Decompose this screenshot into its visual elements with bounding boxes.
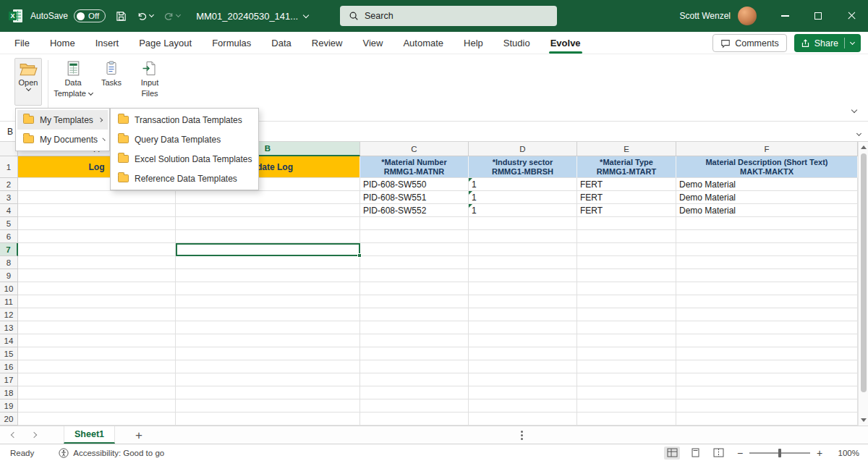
cell-D18[interactable]	[469, 386, 577, 399]
cell-C20[interactable]	[360, 413, 469, 426]
cell-B9[interactable]	[176, 269, 360, 282]
tasks-button[interactable]: Tasks	[97, 58, 126, 106]
cell-F16[interactable]	[676, 360, 858, 373]
cell-D4[interactable]: 1	[469, 204, 577, 217]
cell-B16[interactable]	[176, 360, 360, 373]
cell-B12[interactable]	[176, 308, 360, 321]
share-button[interactable]: Share	[794, 34, 861, 52]
cell-B15[interactable]	[176, 347, 360, 360]
search-box[interactable]: Search	[340, 6, 557, 26]
tab-page-layout[interactable]: Page Layout	[129, 32, 202, 54]
page-layout-view-button[interactable]	[687, 447, 703, 460]
vertical-scrollbar[interactable]	[858, 142, 868, 426]
cell-E17[interactable]	[577, 373, 676, 386]
cell-E12[interactable]	[577, 308, 676, 321]
cell-F18[interactable]	[676, 386, 858, 399]
column-header-C[interactable]: C	[360, 142, 469, 156]
cell-D20[interactable]	[469, 413, 577, 426]
cell-E8[interactable]	[577, 256, 676, 269]
menu-item-my-documents[interactable]: My Documents	[17, 130, 108, 149]
normal-view-button[interactable]	[664, 447, 680, 460]
cell-B13[interactable]	[176, 321, 360, 334]
tab-studio[interactable]: Studio	[493, 32, 540, 54]
cell-B11[interactable]	[176, 295, 360, 308]
fill-handle[interactable]	[357, 253, 362, 258]
cell-C7[interactable]	[360, 243, 469, 256]
cell-D16[interactable]	[469, 360, 577, 373]
column-header-E[interactable]: E	[577, 142, 676, 156]
cell-C18[interactable]	[360, 386, 469, 399]
cell-C6[interactable]	[360, 230, 469, 243]
cell-F15[interactable]	[676, 347, 858, 360]
row-header-20[interactable]: 20	[0, 413, 18, 426]
tab-review[interactable]: Review	[302, 32, 353, 54]
scroll-down-arrow[interactable]	[861, 418, 867, 422]
row-header-7[interactable]: 7	[0, 243, 18, 256]
cell-A13[interactable]	[18, 321, 176, 334]
ribbon-collapse-button[interactable]	[852, 102, 856, 115]
cell-F11[interactable]	[676, 295, 858, 308]
formula-bar-expand-button[interactable]	[857, 125, 868, 138]
cell-D15[interactable]	[469, 347, 577, 360]
column-header-D[interactable]: D	[469, 142, 577, 156]
cell-E2[interactable]: FERT	[577, 178, 676, 191]
tab-view[interactable]: View	[352, 32, 393, 54]
cell-E6[interactable]	[577, 230, 676, 243]
accessibility-status[interactable]: Accessibility: Good to go	[59, 448, 164, 458]
cell-B20[interactable]	[176, 413, 360, 426]
cell-E7[interactable]	[577, 243, 676, 256]
cell-E11[interactable]	[577, 295, 676, 308]
cell-A17[interactable]	[18, 373, 176, 386]
cell-D14[interactable]	[469, 334, 577, 347]
cell-E19[interactable]	[577, 399, 676, 413]
cell-D6[interactable]	[469, 230, 577, 243]
undo-button[interactable]	[137, 11, 153, 22]
cell-E15[interactable]	[577, 347, 676, 360]
cell-F12[interactable]	[676, 308, 858, 321]
tab-help[interactable]: Help	[454, 32, 493, 54]
cell-F3[interactable]: Demo Material	[676, 191, 858, 204]
cell-F7[interactable]	[676, 243, 858, 256]
comments-button[interactable]: Comments	[712, 34, 786, 52]
row-header-4[interactable]: 4	[0, 204, 18, 217]
cell-E3[interactable]: FERT	[577, 191, 676, 204]
add-sheet-button[interactable]: +	[135, 429, 142, 441]
zoom-in-button[interactable]: +	[816, 447, 823, 459]
scroll-up-arrow[interactable]	[861, 145, 867, 149]
row-header-1[interactable]: 1	[0, 156, 18, 178]
cell-C8[interactable]	[360, 256, 469, 269]
sheet-tab-sheet1[interactable]: Sheet1	[64, 426, 115, 444]
input-files-button[interactable]: Input Files	[133, 58, 166, 106]
row-header-12[interactable]: 12	[0, 308, 18, 321]
column-header-F[interactable]: F	[676, 142, 858, 156]
cell-C14[interactable]	[360, 334, 469, 347]
menu-item-query-data-templates[interactable]: Query Data Templates	[112, 130, 257, 149]
cell-D3[interactable]: 1	[469, 191, 577, 204]
sheet-nav-left-arrow[interactable]	[11, 432, 17, 438]
row-header-2[interactable]: 2	[0, 178, 18, 191]
cell-D1[interactable]: *Industry sectorRMMG1-MBRSH	[469, 156, 577, 178]
cell-A3[interactable]	[18, 191, 176, 204]
cell-A4[interactable]	[18, 204, 176, 217]
close-button[interactable]	[835, 0, 868, 32]
cell-B8[interactable]	[176, 256, 360, 269]
cell-F20[interactable]	[676, 413, 858, 426]
cell-D5[interactable]	[469, 217, 577, 230]
cell-C1[interactable]: *Material NumberRMMG1-MATNR	[360, 156, 469, 178]
cell-F17[interactable]	[676, 373, 858, 386]
cell-F4[interactable]: Demo Material	[676, 204, 858, 217]
redo-button[interactable]	[163, 11, 180, 22]
cell-E14[interactable]	[577, 334, 676, 347]
cell-B10[interactable]	[176, 282, 360, 295]
cell-D7[interactable]	[469, 243, 577, 256]
row-header-6[interactable]: 6	[0, 230, 18, 243]
cell-A19[interactable]	[18, 399, 176, 413]
cell-F2[interactable]: Demo Material	[676, 178, 858, 191]
maximize-button[interactable]	[801, 0, 835, 32]
cell-D17[interactable]	[469, 373, 577, 386]
cell-A15[interactable]	[18, 347, 176, 360]
cell-B18[interactable]	[176, 386, 360, 399]
cell-D12[interactable]	[469, 308, 577, 321]
cell-E1[interactable]: *Material TypeRMMG1-MTART	[577, 156, 676, 178]
cell-C12[interactable]	[360, 308, 469, 321]
